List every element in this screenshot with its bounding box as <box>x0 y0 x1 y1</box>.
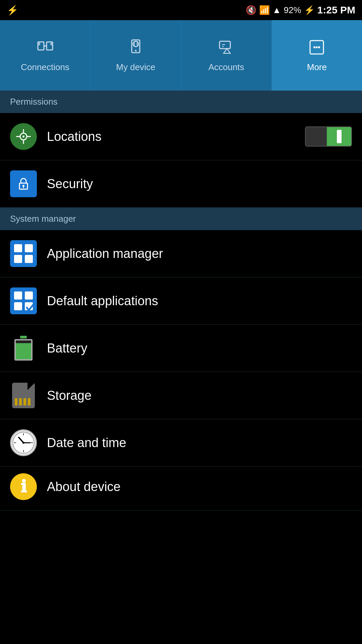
default-apps-item[interactable]: Default applications <box>0 277 362 325</box>
usb-icon: ⚡ <box>7 5 18 16</box>
wifi-icon: 📶 <box>259 5 270 15</box>
svg-point-5 <box>133 41 138 47</box>
locations-toggle[interactable] <box>305 126 352 147</box>
locations-label: Locations <box>47 129 102 144</box>
about-device-icon: ℹ <box>10 473 37 500</box>
status-time: 1:25 PM <box>317 4 355 16</box>
svg-point-14 <box>318 46 320 48</box>
svg-rect-33 <box>25 291 33 300</box>
app-manager-icon <box>10 240 37 267</box>
bluetooth-icon: 🔇 <box>246 5 256 15</box>
security-icon <box>10 170 37 197</box>
storage-item[interactable]: Storage <box>0 372 362 419</box>
tab-mydevice[interactable]: My device <box>90 20 181 91</box>
battery-icon <box>10 335 37 362</box>
storage-label: Storage <box>47 388 92 403</box>
svg-point-13 <box>316 46 318 48</box>
datetime-icon <box>10 429 37 456</box>
tab-accounts[interactable]: Accounts <box>181 20 272 91</box>
app-manager-label: Application manager <box>47 247 163 261</box>
toggle-knob <box>337 130 342 143</box>
tab-accounts-label: Accounts <box>208 62 244 72</box>
tab-connections-label: Connections <box>21 62 69 72</box>
tab-more-label: More <box>307 62 327 72</box>
default-apps-label: Default applications <box>47 294 158 308</box>
accounts-icon <box>218 39 235 59</box>
svg-rect-30 <box>25 255 33 263</box>
tab-connections[interactable]: Connections <box>0 20 90 91</box>
charging-icon: ⚡ <box>304 5 315 15</box>
security-item[interactable]: Security <box>0 160 362 208</box>
toggle-on-side <box>327 127 351 146</box>
svg-point-12 <box>313 46 315 48</box>
system-manager-header: System manager <box>0 208 362 230</box>
storage-icon <box>10 382 37 409</box>
svg-point-24 <box>22 185 24 187</box>
battery-percent: 92% <box>284 5 301 15</box>
date-time-item[interactable]: Date and time <box>0 419 362 467</box>
svg-rect-29 <box>14 255 22 263</box>
status-right: 🔇 📶 ▲ 92% ⚡ 1:25 PM <box>246 4 355 16</box>
location-icon <box>10 123 37 150</box>
status-left: ⚡ <box>7 5 18 16</box>
signal-icon: ▲ <box>273 5 281 15</box>
datetime-label: Date and time <box>47 436 126 450</box>
about-device-item[interactable]: ℹ About device <box>0 467 362 511</box>
status-bar: ⚡ 🔇 📶 ▲ 92% ⚡ 1:25 PM <box>0 0 362 20</box>
mydevice-icon <box>127 39 144 59</box>
svg-point-17 <box>22 136 24 138</box>
tab-bar: Connections My device Accounts <box>0 20 362 91</box>
svg-rect-34 <box>14 302 22 310</box>
svg-point-4 <box>135 50 136 51</box>
battery-label: Battery <box>47 341 87 356</box>
about-device-label: About device <box>47 480 121 494</box>
battery-item[interactable]: Battery <box>0 325 362 372</box>
toggle-off-side <box>306 127 327 146</box>
svg-rect-32 <box>14 291 22 300</box>
svg-rect-28 <box>25 244 33 252</box>
locations-item[interactable]: Locations <box>0 113 362 160</box>
tab-more[interactable]: More <box>272 20 362 91</box>
permissions-header: Permissions <box>0 91 362 113</box>
more-icon <box>308 39 325 59</box>
connections-icon <box>37 39 54 59</box>
security-label: Security <box>47 177 93 191</box>
app-manager-item[interactable]: Application manager <box>0 230 362 277</box>
svg-point-43 <box>22 442 24 444</box>
locations-toggle-switch[interactable] <box>305 126 352 147</box>
svg-rect-27 <box>14 244 22 252</box>
default-apps-icon <box>10 287 37 314</box>
tab-mydevice-label: My device <box>116 62 155 72</box>
